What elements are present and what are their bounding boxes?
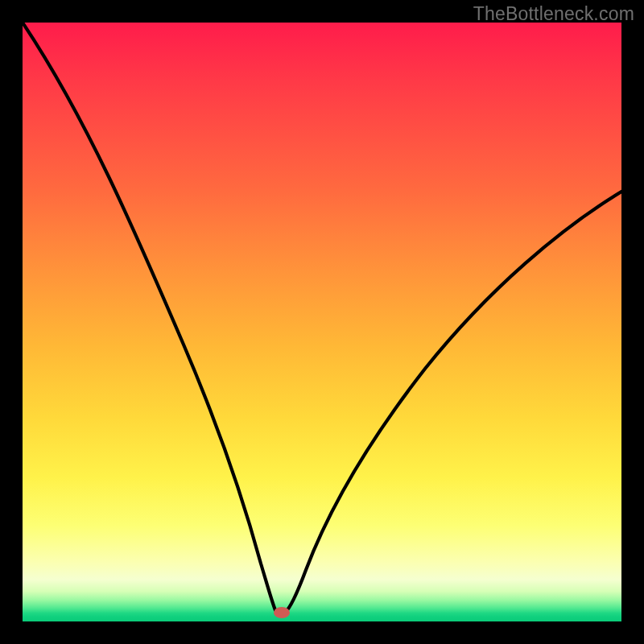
- chart-frame: TheBottleneck.com: [0, 0, 644, 644]
- bottleneck-curve-path: [23, 23, 621, 613]
- watermark-text: TheBottleneck.com: [473, 3, 634, 25]
- bottleneck-marker: [274, 607, 290, 618]
- curve-layer: [23, 23, 621, 621]
- plot-area: [23, 23, 621, 621]
